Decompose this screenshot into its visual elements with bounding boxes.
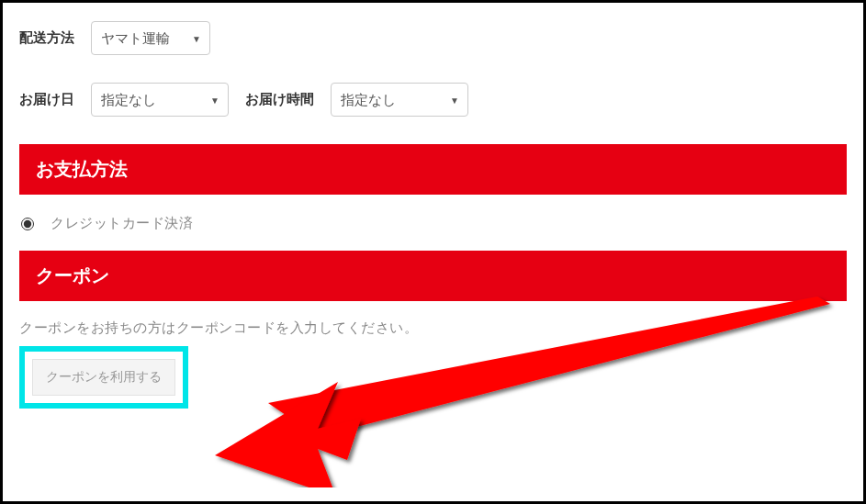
delivery-time-select[interactable]: 指定なし (331, 83, 468, 117)
coupon-header: クーポン (19, 251, 847, 301)
delivery-date-select-wrapper: 指定なし ▼ (91, 83, 229, 117)
shipping-method-select-wrapper: ヤマト運輸 ▼ (91, 21, 210, 55)
shipping-method-label: 配送方法 (19, 29, 74, 47)
payment-header: お支払方法 (19, 144, 847, 195)
coupon-instruction: クーポンをお持ちの方はクーポンコードを入力してください。 (19, 319, 847, 337)
delivery-time-label: お届け時間 (245, 91, 314, 108)
payment-option-label: クレジットカード決済 (51, 215, 193, 232)
svg-marker-0 (268, 297, 830, 437)
delivery-date-select[interactable]: 指定なし (91, 83, 229, 117)
delivery-date-label: お届け日 (19, 91, 74, 108)
coupon-use-button[interactable]: クーポンを利用する (32, 359, 175, 396)
delivery-time-select-wrapper: 指定なし ▼ (331, 83, 468, 117)
shipping-method-select[interactable]: ヤマト運輸 (91, 21, 210, 55)
coupon-highlight-box: クーポンを利用する (19, 346, 188, 409)
payment-radio-credit[interactable] (21, 218, 34, 230)
shipping-method-row: 配送方法 ヤマト運輸 ▼ (19, 21, 847, 55)
delivery-row: お届け日 指定なし ▼ お届け時間 指定なし ▼ (19, 83, 847, 117)
payment-option-row: クレジットカード決済 (19, 215, 847, 232)
svg-marker-1 (215, 382, 361, 487)
